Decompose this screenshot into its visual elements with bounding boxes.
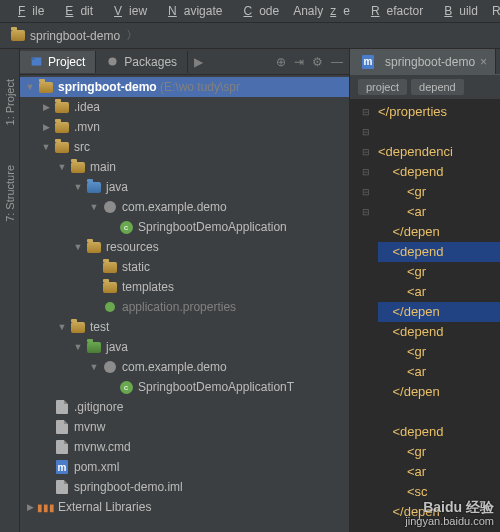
folder-icon bbox=[102, 279, 118, 295]
folder-icon bbox=[70, 319, 86, 335]
expand-icon[interactable] bbox=[88, 202, 100, 212]
watermark: Baidu 经验 jingyan.baidu.com bbox=[405, 500, 494, 528]
expand-icon[interactable] bbox=[56, 322, 68, 332]
tree-src[interactable]: src bbox=[20, 137, 349, 157]
module-folder-icon bbox=[38, 79, 54, 95]
menu-edit[interactable]: Edit bbox=[51, 2, 100, 20]
file-icon bbox=[54, 439, 70, 455]
tree-gitignore[interactable]: .gitignore bbox=[20, 397, 349, 417]
expand-icon[interactable] bbox=[24, 502, 36, 512]
file-icon bbox=[54, 419, 70, 435]
tree-iml[interactable]: springboot-demo.iml bbox=[20, 477, 349, 497]
menu-build[interactable]: Build bbox=[430, 2, 485, 20]
resources-folder-icon bbox=[86, 239, 102, 255]
code-editor[interactable]: ⊟⊟ ⊟ ⊟ ⊟ ⊟ </properties <dependenci <dep… bbox=[350, 100, 500, 524]
folder-icon bbox=[70, 159, 86, 175]
project-tree: springboot-demo (E:\wo tudy\spr .idea .m… bbox=[20, 75, 349, 532]
expand-icon[interactable] bbox=[24, 82, 36, 92]
editor-breadcrumb: project depend bbox=[350, 75, 500, 100]
tree-templates[interactable]: templates bbox=[20, 277, 349, 297]
folder-icon bbox=[54, 99, 70, 115]
menu-view[interactable]: View bbox=[100, 2, 154, 20]
maven-icon: m bbox=[360, 54, 376, 70]
tree-package[interactable]: com.example.demo bbox=[20, 197, 349, 217]
expand-icon[interactable] bbox=[88, 362, 100, 372]
nav-project-name[interactable]: springboot-demo bbox=[30, 29, 120, 43]
test-folder-icon bbox=[86, 339, 102, 355]
expand-icon[interactable] bbox=[72, 182, 84, 192]
package-icon bbox=[102, 199, 118, 215]
folder-icon bbox=[54, 119, 70, 135]
menu-code[interactable]: Code bbox=[229, 2, 286, 20]
packages-icon bbox=[106, 55, 119, 68]
file-icon bbox=[54, 399, 70, 415]
package-icon bbox=[102, 359, 118, 375]
tree-main[interactable]: main bbox=[20, 157, 349, 177]
tree-root[interactable]: springboot-demo (E:\wo tudy\spr bbox=[20, 77, 349, 97]
tree-mvn[interactable]: .mvn bbox=[20, 117, 349, 137]
folder-icon bbox=[102, 259, 118, 275]
tree-mvnw[interactable]: mvnw bbox=[20, 417, 349, 437]
tree-test-class[interactable]: c SpringbootDemoApplicationT bbox=[20, 377, 349, 397]
tab-project[interactable]: Project bbox=[20, 51, 96, 73]
navigation-bar: springboot-demo 〉 bbox=[0, 23, 500, 49]
tree-mvnwcmd[interactable]: mvnw.cmd bbox=[20, 437, 349, 457]
expand-icon[interactable] bbox=[40, 142, 52, 152]
breadcrumb-dependencies[interactable]: depend bbox=[411, 79, 464, 95]
svg-rect-1 bbox=[32, 57, 35, 59]
source-folder-icon bbox=[86, 179, 102, 195]
spring-config-icon bbox=[102, 299, 118, 315]
code-content[interactable]: </properties <dependenci <depend <gr <ar… bbox=[378, 102, 500, 522]
menu-analyze[interactable]: Analyze bbox=[286, 2, 357, 20]
tree-pom[interactable]: m pom.xml bbox=[20, 457, 349, 477]
breadcrumb-project[interactable]: project bbox=[358, 79, 407, 95]
menu-file[interactable]: File bbox=[4, 2, 51, 20]
expand-icon[interactable] bbox=[40, 122, 52, 132]
svg-point-2 bbox=[109, 57, 117, 65]
libraries-icon: ▮▮▮ bbox=[38, 499, 54, 515]
target-icon[interactable]: ⊕ bbox=[276, 55, 286, 69]
menu-refactor[interactable]: Refactor bbox=[357, 2, 430, 20]
tool-tab-structure[interactable]: 7: Structure bbox=[4, 165, 16, 222]
tab-packages[interactable]: Packages bbox=[96, 51, 188, 73]
tree-external-libraries[interactable]: ▮▮▮ External Libraries bbox=[20, 497, 349, 517]
expand-icon[interactable] bbox=[72, 342, 84, 352]
expand-icon[interactable] bbox=[72, 242, 84, 252]
expand-icon[interactable] bbox=[40, 102, 52, 112]
editor-gutter: ⊟⊟ ⊟ ⊟ ⊟ ⊟ bbox=[362, 102, 378, 522]
tree-test-java[interactable]: java bbox=[20, 337, 349, 357]
tree-static[interactable]: static bbox=[20, 257, 349, 277]
tree-java[interactable]: java bbox=[20, 177, 349, 197]
folder-icon bbox=[10, 28, 26, 44]
collapse-icon[interactable]: ⇥ bbox=[294, 55, 304, 69]
file-icon bbox=[54, 479, 70, 495]
close-icon[interactable]: × bbox=[480, 55, 487, 69]
menu-run[interactable]: Run bbox=[485, 2, 500, 20]
tree-test-package[interactable]: com.example.demo bbox=[20, 357, 349, 377]
editor-panel: m springboot-demo × project depend ⊟⊟ ⊟ … bbox=[350, 49, 500, 532]
tree-resources[interactable]: resources bbox=[20, 237, 349, 257]
spring-class-icon: c bbox=[118, 379, 134, 395]
folder-icon bbox=[54, 139, 70, 155]
tool-window-tabbar: Project Packages ▶ ⊕ ⇥ ⚙ — bbox=[20, 49, 349, 75]
editor-tabbar: m springboot-demo × bbox=[350, 49, 500, 75]
tree-app-class[interactable]: c SpringbootDemoApplication bbox=[20, 217, 349, 237]
project-tool-window: Project Packages ▶ ⊕ ⇥ ⚙ — springboot-de… bbox=[20, 49, 350, 532]
menu-bar: File Edit View Navigate Code Analyze Ref… bbox=[0, 0, 500, 23]
side-tool-tabs: 1: Project 7: Structure bbox=[0, 49, 20, 532]
play-icon[interactable]: ▶ bbox=[188, 55, 209, 69]
tool-tab-project[interactable]: 1: Project bbox=[4, 79, 16, 125]
menu-navigate[interactable]: Navigate bbox=[154, 2, 229, 20]
editor-tab-pom[interactable]: m springboot-demo × bbox=[350, 49, 496, 74]
project-icon bbox=[30, 55, 43, 68]
hide-icon[interactable]: — bbox=[331, 55, 343, 69]
tree-app-properties[interactable]: application.properties bbox=[20, 297, 349, 317]
spring-class-icon: c bbox=[118, 219, 134, 235]
expand-icon[interactable] bbox=[56, 162, 68, 172]
tree-idea[interactable]: .idea bbox=[20, 97, 349, 117]
chevron-right-icon: 〉 bbox=[126, 27, 138, 44]
tree-test[interactable]: test bbox=[20, 317, 349, 337]
gear-icon[interactable]: ⚙ bbox=[312, 55, 323, 69]
maven-icon: m bbox=[54, 459, 70, 475]
